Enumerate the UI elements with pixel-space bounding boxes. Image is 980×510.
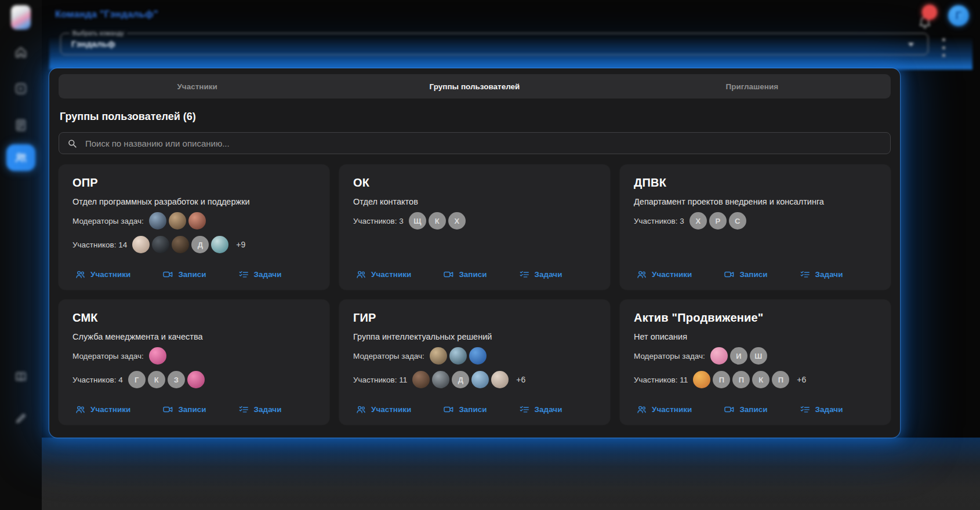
card-actions: УчастникиЗаписиЗадачи — [355, 269, 596, 280]
action-label: Задачи — [254, 405, 282, 414]
members-avatars: ХРС — [689, 212, 746, 230]
action-records-button[interactable]: Записи — [443, 404, 487, 415]
sidebar-book-button[interactable] — [8, 364, 34, 389]
kebab-menu-button[interactable] — [941, 38, 946, 57]
photo-avatar — [132, 236, 150, 253]
members-avatars: Д — [132, 236, 228, 253]
action-members-button[interactable]: Участники — [355, 404, 411, 415]
action-members-button[interactable]: Участники — [636, 404, 692, 415]
members-more-count: +6 — [516, 375, 525, 384]
action-tasks-button[interactable]: Задачи — [519, 404, 562, 415]
members-more-count: +9 — [236, 240, 245, 249]
letter-avatar: Х — [689, 212, 707, 230]
group-card: СМКСлужба менеджмента и качестваМодерато… — [59, 300, 329, 425]
action-label: Участники — [371, 405, 411, 414]
photo-avatar — [412, 371, 430, 388]
photo-avatar — [169, 212, 186, 230]
sidebar-app-logo-button[interactable] — [8, 5, 34, 30]
card-actions: УчастникиЗаписиЗадачи — [636, 269, 877, 280]
video-icon — [162, 404, 173, 415]
team-users-icon — [14, 151, 28, 165]
book-icon — [14, 370, 28, 384]
members-label: Участников: 11 — [353, 376, 407, 384]
action-label: Задачи — [815, 405, 843, 414]
action-records-button[interactable]: Записи — [162, 404, 206, 415]
page-root: { "header": { "title": "Команда \"Гэндал… — [0, 0, 980, 510]
action-members-button[interactable]: Участники — [75, 404, 130, 415]
action-label: Записи — [739, 270, 767, 279]
page-title: Команда "Гэндальф" — [55, 9, 158, 20]
action-tasks-button[interactable]: Задачи — [800, 269, 843, 280]
members-avatars: ГКЗ — [128, 371, 205, 388]
group-card-description: Группа интеллектуальных решений — [353, 332, 596, 341]
photo-avatar — [188, 212, 206, 230]
video-icon — [162, 269, 173, 280]
action-label: Записи — [178, 405, 206, 414]
sidebar-notes-button[interactable] — [8, 112, 34, 138]
notifications-button[interactable] — [916, 7, 939, 30]
moderators-label: Модераторы задач: — [634, 352, 705, 360]
letter-avatar: П — [713, 371, 730, 388]
sidebar-screen-play-button[interactable] — [8, 76, 34, 101]
members-row: Участников: 3ЩКХ — [353, 212, 596, 230]
members-avatars: ЩКХ — [409, 212, 466, 230]
action-tasks-button[interactable]: Задачи — [238, 404, 282, 415]
letter-avatar: Х — [448, 212, 466, 230]
tab-user-groups[interactable]: Группы пользователей — [336, 74, 613, 99]
moderators-avatars — [149, 347, 166, 365]
action-members-button[interactable]: Участники — [355, 269, 411, 280]
action-records-button[interactable]: Записи — [724, 404, 767, 415]
search-input[interactable] — [84, 138, 883, 149]
moderators-avatars: ИШ — [710, 347, 767, 365]
sidebar-team-users-button[interactable] — [6, 144, 35, 171]
photo-avatar — [430, 347, 447, 365]
members-label: Участников: 14 — [72, 241, 127, 249]
search-bar — [59, 132, 891, 154]
group-card-title: ОК — [353, 176, 596, 190]
group-card-description: Отдел программных разработок и поддержки — [72, 197, 315, 206]
photo-avatar — [211, 236, 228, 253]
user-avatar[interactable]: Г — [948, 5, 969, 26]
members-more-count: +6 — [797, 375, 806, 384]
members-avatars: Д — [412, 371, 509, 388]
action-members-button[interactable]: Участники — [75, 269, 130, 280]
action-label: Записи — [739, 405, 767, 414]
video-icon — [443, 404, 454, 415]
sidebar-home-button[interactable] — [8, 39, 34, 65]
members-label: Участников: 4 — [72, 376, 123, 384]
group-card-description: Департамент проектов внедрения и консалт… — [634, 197, 877, 206]
letter-avatar: К — [429, 212, 446, 230]
action-tasks-button[interactable]: Задачи — [800, 404, 843, 415]
action-label: Задачи — [254, 270, 282, 279]
photo-avatar — [187, 371, 205, 388]
action-records-button[interactable]: Записи — [724, 269, 767, 280]
moderators-avatars — [430, 347, 487, 365]
action-tasks-button[interactable]: Задачи — [238, 269, 282, 280]
people-icon — [75, 404, 86, 415]
action-members-button[interactable]: Участники — [636, 269, 692, 280]
people-icon — [75, 269, 86, 280]
letter-avatar: К — [148, 371, 165, 388]
notes-icon — [14, 118, 28, 132]
header-content: Команда "Гэндальф" Выбрать команду Гэнда… — [42, 0, 980, 70]
members-row: Участников: 3ХРС — [634, 212, 877, 230]
team-select[interactable]: Выбрать команду Гэндальф — [60, 33, 928, 55]
action-label: Задачи — [815, 270, 843, 279]
sidebar-pencil-button[interactable] — [8, 406, 34, 431]
group-card: ГИРГруппа интеллектуальных решенийМодера… — [339, 300, 610, 425]
tab-invitations[interactable]: Приглашения — [614, 74, 891, 99]
members-row: Участников: 14Д+9 — [72, 235, 315, 254]
action-records-button[interactable]: Записи — [162, 269, 206, 280]
group-card: ОПРОтдел программных разработок и поддер… — [59, 165, 329, 290]
action-records-button[interactable]: Записи — [443, 269, 487, 280]
tasks-icon — [519, 269, 530, 280]
card-actions: УчастникиЗаписиЗадачи — [636, 404, 877, 415]
screen-play-icon — [14, 82, 28, 96]
members-label: Участников: 3 — [634, 217, 684, 225]
action-tasks-button[interactable]: Задачи — [519, 269, 562, 280]
photo-avatar — [432, 371, 449, 388]
people-icon — [636, 269, 647, 280]
tab-members[interactable]: Участники — [59, 74, 336, 99]
groups-heading: Группы пользователей (6) — [60, 111, 891, 123]
photo-avatar — [693, 371, 710, 388]
